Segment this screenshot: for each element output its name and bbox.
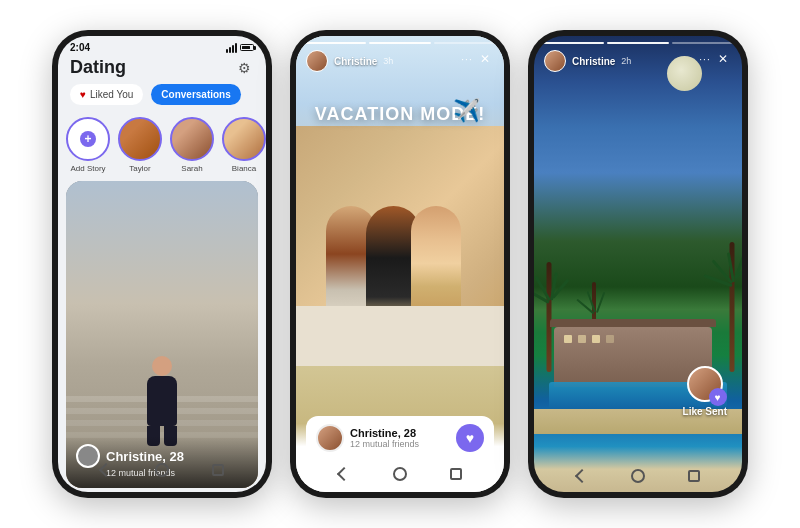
progress-bars xyxy=(304,42,496,44)
more-dots: ··· xyxy=(461,54,472,65)
liked-label: Liked You xyxy=(90,89,133,100)
progress-bars-3 xyxy=(542,42,734,44)
phone-1: 2:04 Dating ⚙ xyxy=(52,30,272,498)
close-story-button[interactable]: ✕ xyxy=(476,50,494,68)
story-user-info: Christine 3h xyxy=(306,50,464,72)
person-silhouette xyxy=(147,356,177,446)
page-title: Dating xyxy=(70,57,126,78)
more-dots-3: ··· xyxy=(699,54,710,65)
like-button[interactable]: ♥ xyxy=(456,424,484,452)
dating-header: Dating ⚙ xyxy=(58,55,266,84)
phone-3: Christine 2h ··· ✕ ♥ Like Sent xyxy=(528,30,748,498)
signal-icon xyxy=(226,43,237,53)
heart-icon: ♥ xyxy=(80,89,86,100)
close-story-button-3[interactable]: ✕ xyxy=(714,50,732,68)
taylor-name: Taylor xyxy=(129,164,150,173)
phone-3-screen: Christine 2h ··· ✕ ♥ Like Sent xyxy=(534,36,742,492)
back-button-3[interactable] xyxy=(572,466,592,486)
story-card-mutual: 12 mutual friends xyxy=(350,439,419,449)
like-sent-text: Like Sent xyxy=(683,406,727,417)
stories-row: + Add Story Taylor Sarah Bianca xyxy=(58,113,266,177)
home-button[interactable] xyxy=(152,460,172,480)
story-bianca[interactable]: Bianca xyxy=(222,117,266,173)
status-time-1: 2:04 xyxy=(70,42,90,53)
nav-bar-3 xyxy=(534,462,742,490)
nav-bar-1 xyxy=(58,456,266,484)
plus-icon: + xyxy=(80,131,96,147)
story-card-avatar xyxy=(316,424,344,452)
home-button-3[interactable] xyxy=(628,466,648,486)
add-story-label: Add Story xyxy=(70,164,105,173)
back-button[interactable] xyxy=(96,460,116,480)
sarah-avatar xyxy=(170,117,214,161)
story-username-3: Christine xyxy=(572,56,615,67)
airplane-icon: ✈️ xyxy=(453,98,480,124)
tab-liked-you[interactable]: ♥ Liked You xyxy=(70,84,143,105)
like-heart-icon: ♥ xyxy=(709,388,727,406)
taylor-avatar xyxy=(118,117,162,161)
tab-bar: ♥ Liked You Conversations xyxy=(58,84,266,113)
story-username: Christine xyxy=(334,56,377,67)
story-user-info-3: Christine 2h xyxy=(544,50,702,72)
story-user-avatar xyxy=(306,50,328,72)
story-sarah[interactable]: Sarah xyxy=(170,117,214,173)
add-story-btn[interactable]: + xyxy=(66,117,110,161)
nav-bar-2 xyxy=(296,460,504,488)
home-button-2[interactable] xyxy=(390,464,410,484)
close-icon-3: ✕ xyxy=(718,52,728,66)
like-sent-overlay: ♥ Like Sent xyxy=(683,366,727,417)
bianca-avatar xyxy=(222,117,266,161)
story-bottom-card: Christine, 28 12 mutual friends ♥ xyxy=(306,416,494,460)
story-card-name: Christine, 28 xyxy=(350,427,419,439)
story-user-avatar-3 xyxy=(544,50,566,72)
story-time: 3h xyxy=(383,56,393,66)
battery-icon xyxy=(240,44,254,51)
people-group-area xyxy=(296,116,504,366)
more-options-button-3[interactable]: ··· xyxy=(696,50,714,68)
conversations-label: Conversations xyxy=(161,89,230,100)
recents-button[interactable] xyxy=(208,460,228,480)
phone-2-screen: VACATION MODE! ✈️ Christine 3h ··· xyxy=(296,36,504,492)
more-options-button[interactable]: ··· xyxy=(458,50,476,68)
status-icons-1 xyxy=(226,43,254,53)
profile-card[interactable]: Christine, 28 12 mutual friends xyxy=(66,181,258,488)
recents-button-2[interactable] xyxy=(446,464,466,484)
phones-container: 2:04 Dating ⚙ xyxy=(32,10,768,518)
recents-button-3[interactable] xyxy=(684,466,704,486)
settings-icon[interactable]: ⚙ xyxy=(234,58,254,78)
back-button-2[interactable] xyxy=(334,464,354,484)
phone-1-screen: 2:04 Dating ⚙ xyxy=(58,36,266,492)
story-full-screen: VACATION MODE! ✈️ Christine 3h ··· xyxy=(296,36,504,492)
tab-conversations[interactable]: Conversations xyxy=(151,84,240,105)
close-icon: ✕ xyxy=(480,52,490,66)
story-taylor[interactable]: Taylor xyxy=(118,117,162,173)
story-add[interactable]: + Add Story xyxy=(66,117,110,173)
story-time-3: 2h xyxy=(621,56,631,66)
sarah-name: Sarah xyxy=(181,164,202,173)
bianca-name: Bianca xyxy=(232,164,256,173)
phone-2: VACATION MODE! ✈️ Christine 3h ··· xyxy=(290,30,510,498)
status-bar-1: 2:04 xyxy=(58,36,266,55)
